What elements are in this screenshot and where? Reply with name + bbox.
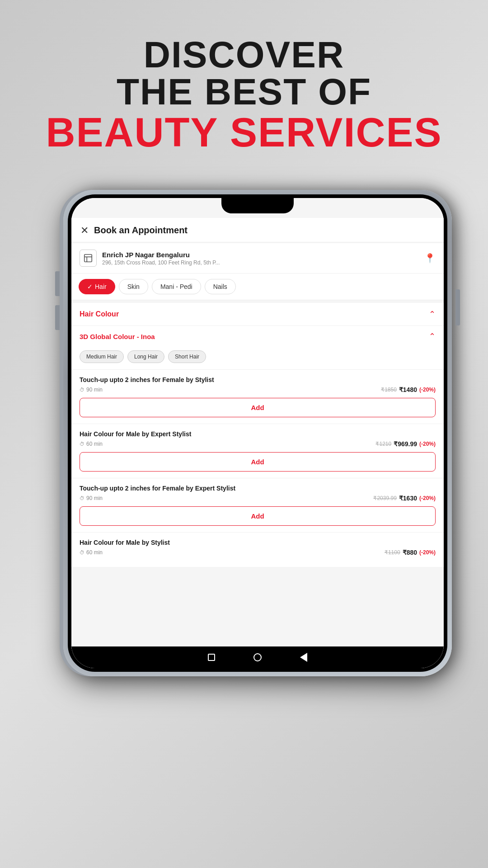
- tab-nails[interactable]: Nails: [205, 279, 236, 294]
- service-name-3: Touch-up upto 2 inches for Female by Exp…: [80, 485, 436, 492]
- salon-info: Enrich JP Nagar Bengaluru 296, 15th Cros…: [71, 243, 444, 274]
- add-button-3[interactable]: Add: [80, 506, 436, 526]
- price-discount-1: (-20%): [419, 387, 436, 393]
- price-original-1: ₹1850: [381, 387, 397, 393]
- sub-section-title: 3D Global Colour - Inoa: [80, 333, 155, 340]
- add-button-1[interactable]: Add: [80, 398, 436, 417]
- service-item-1: Touch-up upto 2 inches for Female by Sty…: [71, 369, 444, 424]
- hair-option-long[interactable]: Long Hair: [127, 350, 164, 363]
- screen-content: ✕ Book an Appointment: [71, 198, 444, 668]
- price-discount-3: (-20%): [419, 495, 436, 501]
- location-icon[interactable]: 📍: [424, 253, 436, 264]
- hair-option-short[interactable]: Short Hair: [168, 350, 206, 363]
- nav-recents[interactable]: [206, 652, 216, 662]
- service-meta-4: ⏱ 60 min ₹1100 ₹880 (-20%): [80, 549, 436, 556]
- salon-icon: [80, 250, 97, 267]
- category-tabs: ✓ Hair Skin Mani - Pedi Nails: [71, 274, 444, 300]
- clock-icon-3: ⏱: [80, 495, 84, 501]
- tab-mani-pedi[interactable]: Mani - Pedi: [152, 279, 201, 294]
- tab-hair[interactable]: ✓ Hair: [79, 279, 115, 294]
- clock-icon-4: ⏱: [80, 550, 84, 555]
- hero-line2: THE BEST OF: [0, 73, 488, 110]
- service-duration-1: ⏱ 90 min: [80, 387, 103, 393]
- price-original-4: ₹1100: [385, 549, 400, 556]
- hair-options: Medium Hair Long Hair Short Hair: [71, 347, 444, 369]
- service-meta-3: ⏱ 90 min ₹2039.99 ₹1630 (-20%): [80, 495, 436, 502]
- service-name-1: Touch-up upto 2 inches for Female by Sty…: [80, 376, 436, 383]
- hair-option-medium[interactable]: Medium Hair: [80, 350, 124, 363]
- phone-inner-shell: ✕ Book an Appointment: [68, 194, 447, 672]
- service-item-4: Hair Colour for Male by Stylist ⏱ 60 min…: [71, 532, 444, 567]
- close-button[interactable]: ✕: [80, 226, 89, 236]
- price-current-4: ₹880: [403, 549, 417, 556]
- service-item-2: Hair Colour for Male by Expert Stylist ⏱…: [71, 424, 444, 478]
- nav-home[interactable]: [253, 652, 263, 662]
- hero-section: DISCOVER THE BEST OF BEAUTY SERVICES: [0, 36, 488, 155]
- hero-line1: DISCOVER: [0, 36, 488, 73]
- home-icon: [253, 653, 262, 661]
- sub-chevron-up-icon: ⌃: [429, 331, 436, 341]
- service-price-4: ₹1100 ₹880 (-20%): [385, 549, 436, 556]
- svg-rect-0: [84, 255, 92, 262]
- price-discount-4: (-20%): [419, 549, 436, 556]
- salon-name: Enrich JP Nagar Bengaluru: [102, 251, 419, 259]
- service-price-3: ₹2039.99 ₹1630 (-20%): [373, 495, 436, 502]
- price-current-3: ₹1630: [399, 495, 417, 502]
- section-title: Hair Colour: [80, 310, 119, 318]
- back-icon: [300, 653, 307, 662]
- price-original-3: ₹2039.99: [373, 495, 396, 501]
- phone-screen: ✕ Book an Appointment: [71, 198, 444, 668]
- phone-outer-shell: ✕ Book an Appointment: [63, 190, 452, 676]
- price-current-1: ₹1480: [399, 386, 417, 393]
- service-duration-4: ⏱ 60 min: [80, 549, 103, 556]
- nav-back[interactable]: [299, 652, 309, 662]
- service-name-4: Hair Colour for Male by Stylist: [80, 539, 436, 546]
- service-price-1: ₹1850 ₹1480 (-20%): [381, 386, 436, 393]
- service-duration-3: ⏱ 90 min: [80, 495, 103, 501]
- header-title: Book an Appointment: [94, 225, 188, 236]
- clock-icon-2: ⏱: [80, 441, 84, 447]
- service-item-3: Touch-up upto 2 inches for Female by Exp…: [71, 478, 444, 532]
- price-current-2: ₹969.99: [394, 440, 417, 448]
- recents-icon: [208, 654, 215, 661]
- chevron-up-icon: ⌃: [429, 309, 436, 319]
- salon-address: 296, 15th Cross Road, 100 Feet Ring Rd, …: [102, 259, 419, 266]
- android-nav: [71, 646, 444, 668]
- hair-colour-section[interactable]: Hair Colour ⌃: [71, 303, 444, 326]
- add-button-2[interactable]: Add: [80, 452, 436, 472]
- price-original-2: ₹1210: [375, 441, 391, 447]
- sub-section-header[interactable]: 3D Global Colour - Inoa ⌃: [71, 326, 444, 347]
- hero-line3: BEAUTY SERVICES: [0, 110, 488, 155]
- tab-skin[interactable]: Skin: [119, 279, 148, 294]
- check-icon: ✓: [87, 283, 93, 290]
- service-price-2: ₹1210 ₹969.99 (-20%): [375, 440, 436, 448]
- service-meta-2: ⏱ 60 min ₹1210 ₹969.99 (-20%): [80, 440, 436, 448]
- phone-mockup: ✕ Book an Appointment: [63, 190, 452, 676]
- service-name-2: Hair Colour for Male by Expert Stylist: [80, 430, 436, 438]
- salon-text: Enrich JP Nagar Bengaluru 296, 15th Cros…: [102, 251, 419, 266]
- price-discount-2: (-20%): [419, 441, 436, 447]
- phone-notch: [221, 198, 294, 213]
- service-duration-2: ⏱ 60 min: [80, 441, 103, 447]
- clock-icon-1: ⏱: [80, 387, 84, 392]
- service-meta-1: ⏱ 90 min ₹1850 ₹1480 (-20%): [80, 386, 436, 393]
- app-header: ✕ Book an Appointment: [71, 218, 444, 242]
